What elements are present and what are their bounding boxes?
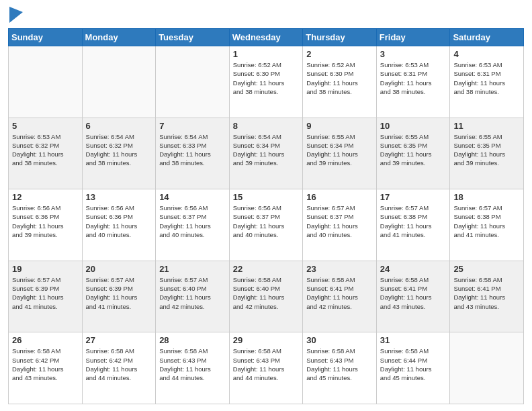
calendar-cell: 22Sunrise: 6:58 AM Sunset: 6:40 PM Dayli… <box>229 261 303 332</box>
calendar-cell: 8Sunrise: 6:54 AM Sunset: 6:34 PM Daylig… <box>229 118 303 189</box>
page: SundayMondayTuesdayWednesdayThursdayFrid… <box>0 0 532 411</box>
header <box>8 7 524 23</box>
day-number: 11 <box>453 121 520 131</box>
calendar-week-3: 12Sunrise: 6:56 AM Sunset: 6:36 PM Dayli… <box>9 189 524 261</box>
calendar-cell: 1Sunrise: 6:52 AM Sunset: 6:30 PM Daylig… <box>229 46 303 118</box>
calendar-cell: 25Sunrise: 6:58 AM Sunset: 6:41 PM Dayli… <box>450 261 524 332</box>
day-number: 2 <box>306 49 373 59</box>
day-info: Sunrise: 6:52 AM Sunset: 6:30 PM Dayligh… <box>306 60 373 96</box>
day-number: 14 <box>159 192 226 202</box>
day-info: Sunrise: 6:58 AM Sunset: 6:42 PM Dayligh… <box>86 347 152 382</box>
calendar-cell: 12Sunrise: 6:56 AM Sunset: 6:36 PM Dayli… <box>9 189 83 261</box>
day-info: Sunrise: 6:57 AM Sunset: 6:38 PM Dayligh… <box>380 203 447 239</box>
day-number: 5 <box>12 121 79 131</box>
day-number: 29 <box>233 335 300 345</box>
calendar-cell: 9Sunrise: 6:55 AM Sunset: 6:34 PM Daylig… <box>303 118 377 189</box>
calendar-cell: 4Sunrise: 6:53 AM Sunset: 6:31 PM Daylig… <box>450 46 524 118</box>
weekday-header-friday: Friday <box>376 29 450 46</box>
day-number: 7 <box>159 121 226 131</box>
day-number: 15 <box>233 192 300 202</box>
day-info: Sunrise: 6:58 AM Sunset: 6:41 PM Dayligh… <box>453 275 520 311</box>
calendar-cell: 17Sunrise: 6:57 AM Sunset: 6:38 PM Dayli… <box>376 189 450 261</box>
weekday-header-thursday: Thursday <box>303 29 377 46</box>
day-info: Sunrise: 6:56 AM Sunset: 6:36 PM Dayligh… <box>12 203 79 239</box>
logo <box>8 7 23 23</box>
calendar-cell: 15Sunrise: 6:56 AM Sunset: 6:37 PM Dayli… <box>229 189 303 261</box>
weekday-header-wednesday: Wednesday <box>229 29 303 46</box>
calendar-cell: 18Sunrise: 6:57 AM Sunset: 6:38 PM Dayli… <box>450 189 524 261</box>
day-number: 1 <box>233 49 300 59</box>
calendar-cell: 14Sunrise: 6:56 AM Sunset: 6:37 PM Dayli… <box>156 189 230 261</box>
day-info: Sunrise: 6:55 AM Sunset: 6:34 PM Dayligh… <box>306 132 373 168</box>
day-info: Sunrise: 6:58 AM Sunset: 6:42 PM Dayligh… <box>12 347 79 382</box>
day-number: 22 <box>233 264 300 274</box>
day-info: Sunrise: 6:53 AM Sunset: 6:31 PM Dayligh… <box>380 60 447 96</box>
calendar-cell: 27Sunrise: 6:58 AM Sunset: 6:42 PM Dayli… <box>82 332 156 404</box>
calendar-week-1: 1Sunrise: 6:52 AM Sunset: 6:30 PM Daylig… <box>9 46 524 118</box>
calendar-cell: 24Sunrise: 6:58 AM Sunset: 6:41 PM Dayli… <box>376 261 450 332</box>
calendar-cell: 11Sunrise: 6:55 AM Sunset: 6:35 PM Dayli… <box>450 118 524 189</box>
svg-marker-0 <box>9 7 23 23</box>
weekday-header-monday: Monday <box>82 29 156 46</box>
calendar-cell: 20Sunrise: 6:57 AM Sunset: 6:39 PM Dayli… <box>82 261 156 332</box>
day-info: Sunrise: 6:58 AM Sunset: 6:41 PM Dayligh… <box>306 275 373 311</box>
calendar-cell: 31Sunrise: 6:58 AM Sunset: 6:44 PM Dayli… <box>376 332 450 404</box>
calendar-cell: 13Sunrise: 6:56 AM Sunset: 6:36 PM Dayli… <box>82 189 156 261</box>
calendar-cell: 19Sunrise: 6:57 AM Sunset: 6:39 PM Dayli… <box>9 261 83 332</box>
day-info: Sunrise: 6:53 AM Sunset: 6:32 PM Dayligh… <box>12 132 79 168</box>
day-info: Sunrise: 6:57 AM Sunset: 6:37 PM Dayligh… <box>306 203 373 239</box>
day-number: 6 <box>86 121 152 131</box>
day-number: 10 <box>380 121 447 131</box>
day-number: 9 <box>306 121 373 131</box>
day-info: Sunrise: 6:56 AM Sunset: 6:36 PM Dayligh… <box>86 203 152 239</box>
day-number: 8 <box>233 121 300 131</box>
day-number: 27 <box>86 335 152 345</box>
day-info: Sunrise: 6:57 AM Sunset: 6:40 PM Dayligh… <box>159 275 226 311</box>
day-info: Sunrise: 6:57 AM Sunset: 6:39 PM Dayligh… <box>86 275 152 311</box>
day-number: 16 <box>306 192 373 202</box>
day-info: Sunrise: 6:54 AM Sunset: 6:32 PM Dayligh… <box>86 132 152 168</box>
day-info: Sunrise: 6:58 AM Sunset: 6:43 PM Dayligh… <box>306 347 373 382</box>
weekday-header-tuesday: Tuesday <box>156 29 230 46</box>
logo-text <box>8 7 23 23</box>
calendar-cell: 30Sunrise: 6:58 AM Sunset: 6:43 PM Dayli… <box>303 332 377 404</box>
day-number: 13 <box>86 192 152 202</box>
day-number: 23 <box>306 264 373 274</box>
day-number: 28 <box>159 335 226 345</box>
day-number: 24 <box>380 264 447 274</box>
day-number: 25 <box>453 264 520 274</box>
calendar-cell <box>82 46 156 118</box>
calendar-cell: 28Sunrise: 6:58 AM Sunset: 6:43 PM Dayli… <box>156 332 230 404</box>
day-info: Sunrise: 6:57 AM Sunset: 6:39 PM Dayligh… <box>12 275 79 311</box>
day-number: 17 <box>380 192 447 202</box>
logo-icon <box>9 7 23 23</box>
day-info: Sunrise: 6:58 AM Sunset: 6:44 PM Dayligh… <box>380 347 447 382</box>
day-number: 3 <box>380 49 447 59</box>
day-number: 31 <box>380 335 447 345</box>
calendar-cell: 10Sunrise: 6:55 AM Sunset: 6:35 PM Dayli… <box>376 118 450 189</box>
calendar-cell: 6Sunrise: 6:54 AM Sunset: 6:32 PM Daylig… <box>82 118 156 189</box>
calendar-week-4: 19Sunrise: 6:57 AM Sunset: 6:39 PM Dayli… <box>9 261 524 332</box>
calendar-cell: 5Sunrise: 6:53 AM Sunset: 6:32 PM Daylig… <box>9 118 83 189</box>
day-info: Sunrise: 6:58 AM Sunset: 6:41 PM Dayligh… <box>380 275 447 311</box>
day-number: 26 <box>12 335 79 345</box>
day-info: Sunrise: 6:55 AM Sunset: 6:35 PM Dayligh… <box>453 132 520 168</box>
calendar-cell: 26Sunrise: 6:58 AM Sunset: 6:42 PM Dayli… <box>9 332 83 404</box>
day-info: Sunrise: 6:58 AM Sunset: 6:43 PM Dayligh… <box>159 347 226 382</box>
day-number: 30 <box>306 335 373 345</box>
calendar-cell: 21Sunrise: 6:57 AM Sunset: 6:40 PM Dayli… <box>156 261 230 332</box>
day-info: Sunrise: 6:58 AM Sunset: 6:43 PM Dayligh… <box>233 347 300 382</box>
day-info: Sunrise: 6:57 AM Sunset: 6:38 PM Dayligh… <box>453 203 520 239</box>
calendar-cell <box>156 46 230 118</box>
calendar-cell: 7Sunrise: 6:54 AM Sunset: 6:33 PM Daylig… <box>156 118 230 189</box>
calendar-cell <box>450 332 524 404</box>
weekday-header-row: SundayMondayTuesdayWednesdayThursdayFrid… <box>9 29 524 46</box>
weekday-header-sunday: Sunday <box>9 29 83 46</box>
calendar-cell: 23Sunrise: 6:58 AM Sunset: 6:41 PM Dayli… <box>303 261 377 332</box>
calendar-cell: 29Sunrise: 6:58 AM Sunset: 6:43 PM Dayli… <box>229 332 303 404</box>
calendar-cell <box>9 46 83 118</box>
calendar-week-5: 26Sunrise: 6:58 AM Sunset: 6:42 PM Dayli… <box>9 332 524 404</box>
day-number: 20 <box>86 264 152 274</box>
day-info: Sunrise: 6:54 AM Sunset: 6:33 PM Dayligh… <box>159 132 226 168</box>
weekday-header-saturday: Saturday <box>450 29 524 46</box>
